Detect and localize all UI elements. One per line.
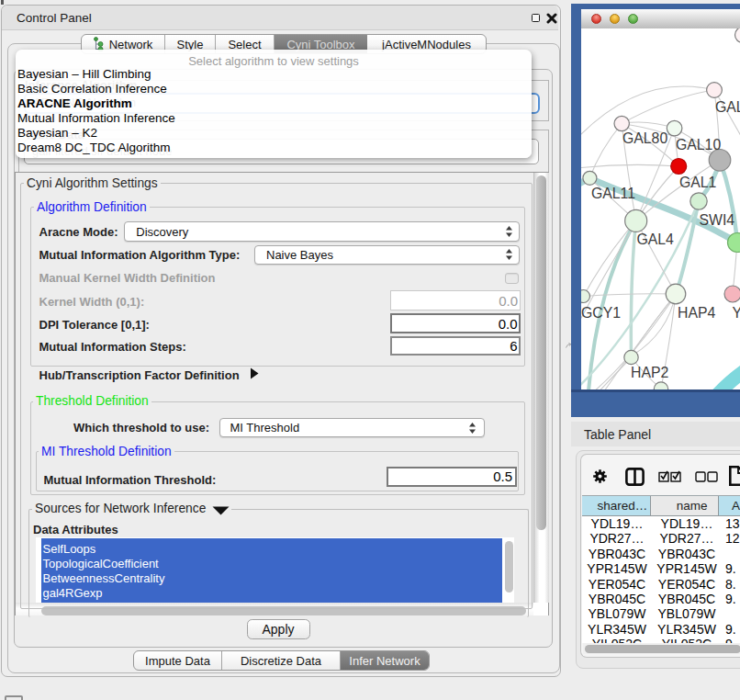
svg-text:GAL11: GAL11 [591,186,635,201]
svg-text:HAP2: HAP2 [631,365,668,380]
svg-text:GAL1: GAL1 [679,175,717,190]
svg-text:GAL10: GAL10 [676,137,721,152]
svg-text:Y: Y [733,305,740,321]
svg-text:HAP4: HAP4 [678,305,715,321]
svg-text:GAL80: GAL80 [622,130,667,146]
svg-text:GAL7: GAL7 [715,99,740,115]
svg-text:SWI4: SWI4 [700,212,735,228]
svg-text:GAL4: GAL4 [637,231,675,247]
svg-text:GCY1: GCY1 [581,305,621,321]
